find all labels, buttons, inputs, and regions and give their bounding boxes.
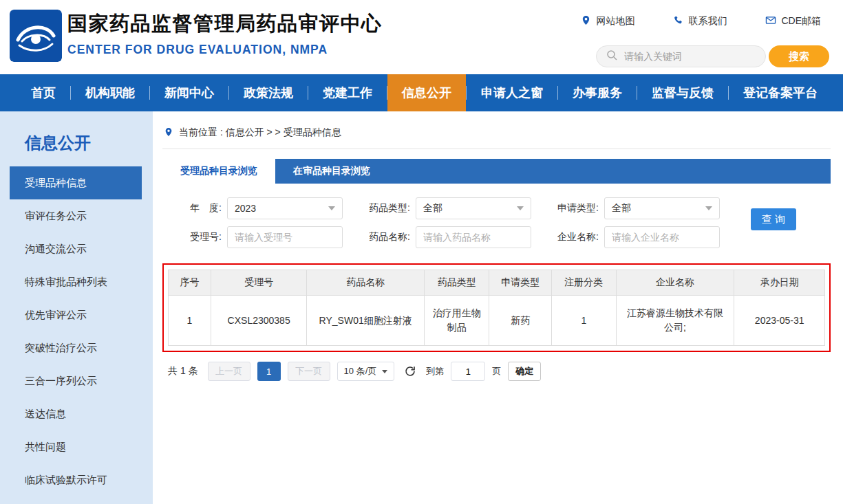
col-header-company: 企业名称: [616, 270, 734, 296]
mail-link[interactable]: CDE邮箱: [765, 15, 821, 28]
cell-index: 1: [169, 296, 211, 346]
apply-type-select[interactable]: 全部: [604, 197, 720, 219]
page-number-button[interactable]: 1: [257, 362, 281, 381]
cell-company: 江苏睿源生物技术有限公司;: [616, 296, 734, 346]
nav-item-news[interactable]: 新闻中心: [150, 74, 228, 111]
sidebar-item-review-tasks[interactable]: 审评任务公示: [10, 199, 142, 232]
nav-item-policies[interactable]: 政策法规: [229, 74, 308, 111]
search-button[interactable]: 搜索: [769, 45, 829, 67]
nav-item-registration-platform[interactable]: 登记备案平台: [729, 74, 832, 111]
filter-row-1: 年 度: 2023 药品类型: 全部 申请类型: 全部: [172, 197, 831, 219]
sidebar: 信息公开 受理品种信息 审评任务公示 沟通交流公示 特殊审批品种列表 优先审评公…: [0, 111, 153, 504]
goto-unit: 页: [492, 365, 501, 377]
year-select[interactable]: 2023: [227, 197, 343, 219]
filter-apply-type-label: 申请类型:: [549, 202, 599, 215]
nav-item-party-building[interactable]: 党建工作: [308, 74, 387, 111]
nav-item-home[interactable]: 首页: [17, 74, 70, 111]
goto-label: 到第: [426, 365, 444, 377]
next-page-button[interactable]: 下一页: [288, 362, 330, 381]
filter-drug-type: 药品类型: 全部: [361, 197, 531, 219]
filter-apply-type: 申请类型: 全部: [549, 197, 720, 219]
site-subtitle: CENTER FOR DRUG EVALUATION, NMPA: [67, 43, 383, 57]
mail-link-label: CDE邮箱: [781, 15, 821, 28]
apply-type-select-value: 全部: [612, 202, 631, 215]
contact-link[interactable]: 联系我们: [673, 15, 727, 28]
confirm-button[interactable]: 确定: [508, 362, 541, 381]
search-area: 搜索: [596, 45, 829, 67]
cell-date: 2023-05-31: [734, 296, 825, 346]
col-header-accept-no: 受理号: [211, 270, 307, 296]
query-button[interactable]: 查 询: [751, 208, 796, 230]
tab-accepted-catalog[interactable]: 受理品种目录浏览: [162, 159, 275, 184]
cell-drug-name: RY_SW01细胞注射液: [307, 296, 425, 346]
contact-link-label: 联系我们: [688, 15, 727, 28]
cell-accept-no: CXSL2300385: [211, 296, 307, 346]
goto-page-input[interactable]: [451, 362, 485, 381]
search-input[interactable]: [623, 50, 756, 63]
total-count: 共 1 条: [168, 365, 198, 377]
company-input[interactable]: [604, 226, 720, 248]
breadcrumb-text: 当前位置 : 信息公开 > > 受理品种信息: [179, 127, 341, 139]
accept-no-input[interactable]: [227, 226, 343, 248]
sidebar-title: 信息公开: [0, 111, 153, 166]
page-size-value: 10 条/页: [344, 365, 377, 377]
nav-item-applicant-window[interactable]: 申请人之窗: [467, 74, 557, 111]
filter-accept-no: 受理号:: [172, 226, 343, 248]
sidebar-item-accepted-varieties[interactable]: 受理品种信息: [10, 166, 142, 199]
filter-accept-no-label: 受理号:: [172, 231, 222, 243]
refresh-icon[interactable]: [404, 365, 416, 377]
phone-icon: [673, 15, 683, 28]
sidebar-item-communication[interactable]: 沟通交流公示: [10, 232, 142, 265]
sidebar-item-delivery-info[interactable]: 送达信息: [10, 397, 142, 430]
header-links: 网站地图 联系我们 CDE邮箱: [581, 15, 821, 28]
year-select-value: 2023: [235, 203, 256, 214]
table-row: 1 CXSL2300385 RY_SW01细胞注射液 治疗用生物制品 新药 1 …: [169, 296, 825, 346]
filter-panel: 年 度: 2023 药品类型: 全部 申请类型: 全部: [162, 184, 831, 262]
location-pin-icon: [581, 15, 591, 28]
search-box: [596, 45, 766, 67]
drug-type-select-value: 全部: [423, 202, 442, 215]
cell-drug-type: 治疗用生物制品: [425, 296, 489, 346]
drug-type-select[interactable]: 全部: [416, 197, 531, 219]
drug-name-input[interactable]: [416, 226, 531, 248]
sitemap-link[interactable]: 网站地图: [581, 15, 634, 28]
chevron-down-icon: [517, 206, 524, 210]
page-size-select[interactable]: 10 条/页: [337, 362, 395, 381]
prev-page-button[interactable]: 上一页: [208, 362, 250, 381]
site-title-block: 国家药品监督管理局药品审评中心 CENTER FOR DRUG EVALUATI…: [67, 10, 383, 57]
col-header-drug-type: 药品类型: [425, 270, 489, 296]
location-pin-icon: [164, 127, 173, 139]
filter-year-label: 年 度:: [172, 202, 222, 215]
cde-logo: [10, 10, 62, 62]
search-icon: [606, 50, 617, 63]
sidebar-item-priority-review[interactable]: 优先审评公示: [10, 298, 142, 331]
tab-under-review-catalog[interactable]: 在审品种目录浏览: [275, 159, 388, 184]
filter-drug-name-label: 药品名称:: [361, 231, 410, 243]
sidebar-item-breakthrough-therapy[interactable]: 突破性治疗公示: [10, 331, 142, 364]
main-content: 当前位置 : 信息公开 > > 受理品种信息 受理品种目录浏览 在审品种目录浏览…: [153, 111, 843, 504]
nav-item-services[interactable]: 办事服务: [558, 74, 637, 111]
filter-drug-name: 药品名称:: [361, 226, 531, 248]
sidebar-item-common-issues[interactable]: 共性问题: [10, 430, 142, 463]
nav-item-information-disclosure[interactable]: 信息公开: [387, 74, 466, 111]
col-header-date: 承办日期: [734, 270, 825, 296]
filter-company: 企业名称:: [549, 226, 720, 248]
sidebar-item-clinical-trial-implied-license[interactable]: 临床试验默示许可: [10, 463, 142, 496]
filter-row-2: 受理号: 药品名称: 企业名称:: [172, 226, 831, 248]
table-header-row: 序号 受理号 药品名称 药品类型 申请类型 注册分类 企业名称 承办日期: [169, 270, 825, 296]
annotation-highlight-box: 序号 受理号 药品名称 药品类型 申请类型 注册分类 企业名称 承办日期 1 C…: [162, 263, 831, 352]
nav-item-supervision-feedback[interactable]: 监督与反馈: [637, 74, 728, 111]
chevron-down-icon: [382, 370, 387, 373]
filter-company-label: 企业名称:: [549, 231, 599, 243]
site-header: 国家药品监督管理局药品审评中心 CENTER FOR DRUG EVALUATI…: [0, 0, 843, 74]
filter-year: 年 度: 2023: [172, 197, 343, 219]
col-header-apply-type: 申请类型: [489, 270, 552, 296]
chevron-down-icon: [705, 206, 712, 210]
sidebar-item-special-approval-list[interactable]: 特殊审批品种列表: [10, 265, 142, 298]
cell-reg-class: 1: [552, 296, 616, 346]
pagination: 共 1 条 上一页 1 下一页 10 条/页 到第 页 确定: [162, 362, 831, 381]
results-table: 序号 受理号 药品名称 药品类型 申请类型 注册分类 企业名称 承办日期 1 C…: [168, 270, 825, 346]
sidebar-item-three-in-one-sequence[interactable]: 三合一序列公示: [10, 364, 142, 397]
nav-item-functions[interactable]: 机构职能: [71, 74, 149, 111]
main-nav: 首页 机构职能 新闻中心 政策法规 党建工作 信息公开 申请人之窗 办事服务 监…: [0, 74, 843, 111]
